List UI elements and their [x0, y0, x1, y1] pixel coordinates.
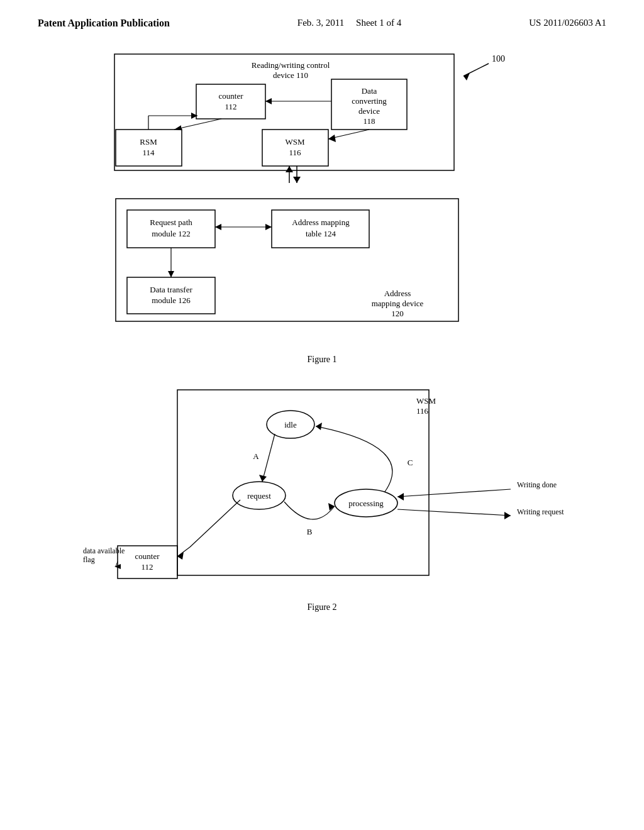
svg-text:idle: idle: [284, 420, 297, 429]
svg-line-71: [177, 547, 190, 556]
svg-text:RSM: RSM: [140, 137, 157, 147]
svg-text:A: A: [253, 451, 259, 461]
svg-text:mapping device: mapping device: [372, 299, 424, 308]
header-patent: US 2011/026603 A1: [529, 18, 606, 28]
svg-marker-81: [504, 512, 511, 519]
header-date-sheet: Feb. 3, 2011 Sheet 1 of 4: [297, 18, 401, 28]
svg-text:counter: counter: [219, 91, 244, 101]
svg-text:118: 118: [363, 116, 375, 126]
svg-text:device: device: [358, 106, 380, 116]
figure1-diagram: Reading/writing control device 110 count…: [77, 42, 567, 350]
svg-text:converting: converting: [352, 96, 387, 106]
svg-line-60: [262, 434, 275, 482]
svg-text:116: 116: [416, 406, 429, 416]
svg-text:Data: Data: [362, 86, 377, 96]
svg-marker-78: [397, 493, 404, 501]
svg-text:114: 114: [142, 148, 155, 157]
svg-line-70: [190, 500, 240, 547]
svg-marker-44: [265, 224, 272, 230]
svg-text:flag: flag: [83, 555, 95, 564]
svg-marker-31: [286, 166, 293, 172]
header-date: Feb. 3, 2011: [297, 18, 344, 28]
svg-text:116: 116: [289, 148, 301, 157]
svg-line-80: [397, 509, 511, 516]
svg-text:Reading/writing control: Reading/writing control: [252, 60, 330, 70]
svg-marker-72: [177, 552, 184, 560]
svg-marker-65: [316, 423, 322, 430]
header-sheet: Sheet 1 of 4: [356, 18, 401, 28]
svg-text:counter: counter: [135, 551, 160, 561]
svg-text:Address mapping: Address mapping: [292, 218, 350, 227]
svg-text:request: request: [247, 491, 271, 501]
svg-rect-51: [177, 390, 429, 575]
svg-text:112: 112: [225, 102, 236, 111]
svg-text:data available: data available: [83, 546, 125, 555]
svg-text:B: B: [307, 527, 313, 536]
figure2-diagram: WSM 116 idle request processing A B C co…: [77, 384, 567, 597]
page-header: Patent Application Publication Feb. 3, 2…: [0, 0, 644, 29]
svg-text:table 124: table 124: [306, 229, 336, 238]
svg-line-77: [397, 489, 511, 497]
svg-text:Writing request: Writing request: [517, 507, 564, 516]
svg-text:Address: Address: [384, 289, 411, 298]
svg-text:C: C: [408, 458, 413, 467]
svg-marker-22: [265, 98, 272, 104]
svg-text:Request path: Request path: [150, 218, 192, 227]
svg-text:112: 112: [141, 562, 153, 572]
svg-text:device 110: device 110: [273, 70, 308, 80]
svg-marker-30: [293, 177, 301, 183]
svg-marker-27: [328, 135, 336, 142]
svg-marker-49: [168, 271, 174, 277]
svg-text:Writing done: Writing done: [517, 480, 557, 489]
header-title: Patent Application Publication: [38, 18, 170, 29]
svg-text:Data transfer: Data transfer: [150, 285, 192, 294]
svg-text:100: 100: [492, 54, 505, 64]
svg-marker-61: [259, 475, 267, 482]
figure2-caption: Figure 2: [0, 602, 644, 612]
svg-text:WSM: WSM: [416, 396, 436, 406]
svg-marker-43: [215, 224, 221, 230]
svg-text:module 122: module 122: [152, 229, 191, 238]
figure1-caption: Figure 1: [0, 355, 644, 365]
svg-text:120: 120: [391, 309, 404, 318]
svg-line-20: [174, 119, 221, 130]
svg-text:WSM: WSM: [285, 137, 305, 147]
svg-text:processing: processing: [348, 499, 384, 508]
svg-text:module 126: module 126: [152, 296, 191, 305]
